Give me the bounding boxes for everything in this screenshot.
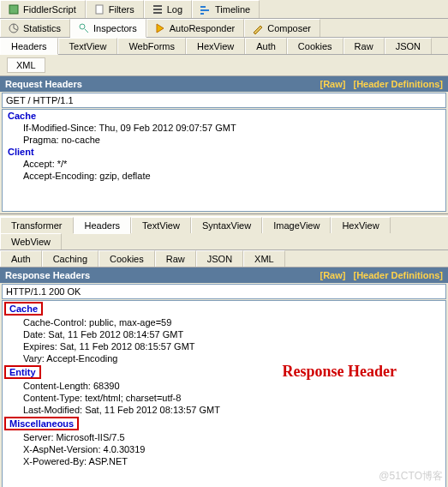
header-item[interactable]: If-Modified-Since: Thu, 09 Feb 2012 09:0… [3, 122, 445, 134]
subtab-json[interactable]: JSON [385, 38, 432, 54]
subtab-syntaxview[interactable]: SyntaxView [191, 217, 262, 233]
subtab-xml[interactable]: XML [7, 57, 45, 73]
subtab-webforms[interactable]: WebForms [117, 38, 186, 54]
request-tree[interactable]: Cache If-Modified-Since: Thu, 09 Feb 201… [2, 109, 446, 212]
tab-composer[interactable]: Composer [244, 19, 320, 37]
group-cache[interactable]: Cache [3, 110, 445, 122]
tab-label: Composer [267, 23, 311, 33]
tab-label: Inspectors [93, 23, 137, 33]
script-icon [8, 3, 20, 15]
response-subtabs-row2: Auth Caching Cookies Raw JSON XML [0, 250, 448, 268]
statistics-icon [8, 22, 20, 34]
tab-label: Statistics [23, 23, 61, 33]
header-item[interactable]: Accept: */* [3, 158, 445, 170]
timeline-icon [200, 3, 212, 15]
subtab-xml-res[interactable]: XML [243, 250, 285, 267]
header-item[interactable]: Pragma: no-cache [3, 134, 445, 146]
watermark: @51CTO博客 [379, 469, 443, 484]
subtab-webview[interactable]: WebView [0, 233, 62, 250]
tab-label: Log [167, 4, 182, 15]
subtab-auth[interactable]: Auth [245, 38, 287, 54]
tab-timeline[interactable]: Timeline [192, 0, 260, 18]
request-raw-link[interactable]: [Raw] [320, 79, 345, 89]
tab-label: AutoResponder [170, 23, 235, 33]
group-entity[interactable]: Entity [4, 365, 41, 379]
subtab-hexview[interactable]: HexView [186, 38, 245, 54]
tab-filters[interactable]: Filters [86, 0, 144, 18]
request-subtabs-row2: XML [0, 55, 448, 76]
autoresponder-icon [154, 22, 166, 34]
tab-label: Timeline [215, 4, 250, 15]
top-tab-row-2: Statistics Inspectors AutoResponder Comp… [0, 19, 448, 38]
header-item[interactable]: Accept-Encoding: gzip, deflate [3, 170, 445, 182]
svg-rect-1 [96, 5, 103, 14]
tab-statistics[interactable]: Statistics [0, 19, 70, 37]
subtab-raw[interactable]: Raw [343, 38, 385, 54]
subtab-caching[interactable]: Caching [42, 250, 99, 267]
header-item[interactable]: Server: Microsoft-IIS/7.5 [3, 431, 445, 443]
response-tree[interactable]: Cache Cache-Control: public, max-age=59 … [2, 300, 446, 487]
tab-inspectors[interactable]: Inspectors [70, 19, 146, 38]
header-item[interactable]: Cache-Control: public, max-age=59 [3, 316, 445, 328]
subtab-textview-res[interactable]: TextView [131, 217, 191, 233]
subtab-raw-res[interactable]: Raw [155, 250, 196, 267]
subtab-cookies[interactable]: Cookies [287, 38, 343, 54]
response-headers-header: Response Headers [Raw] [Header Definitio… [0, 268, 448, 283]
subtab-textview[interactable]: TextView [58, 38, 118, 54]
response-status-line[interactable]: HTTP/1.1 200 OK [2, 284, 446, 299]
composer-icon [252, 22, 264, 34]
header-item[interactable]: X-Powered-By: ASP.NET [3, 455, 445, 467]
subtab-imageview[interactable]: ImageView [262, 217, 331, 233]
top-tab-row-1: FiddlerScript Filters Log Timeline [0, 0, 448, 19]
log-icon [152, 3, 164, 15]
request-headerdefs-link[interactable]: [Header Definitions] [353, 79, 443, 89]
subtab-hexview-res[interactable]: HexView [331, 217, 390, 233]
svg-point-3 [80, 24, 85, 29]
header-item[interactable]: X-AspNet-Version: 4.0.30319 [3, 443, 445, 455]
tab-log[interactable]: Log [144, 0, 192, 18]
header-item[interactable]: Last-Modified: Sat, 11 Feb 2012 08:13:57… [3, 404, 445, 416]
response-raw-link[interactable]: [Raw] [320, 270, 345, 280]
header-item[interactable]: Content-Length: 68390 [3, 380, 445, 392]
svg-rect-0 [9, 5, 18, 14]
header-item[interactable]: Expires: Sat, 11 Feb 2012 08:15:57 GMT [3, 340, 445, 352]
request-subtabs: Headers TextView WebForms HexView Auth C… [0, 38, 448, 55]
group-cache-res[interactable]: Cache [4, 302, 43, 316]
subtab-cookies-res[interactable]: Cookies [99, 250, 155, 267]
tab-label: FiddlerScript [23, 4, 76, 15]
response-headers-title: Response Headers [5, 270, 90, 280]
tab-fiddlerscript[interactable]: FiddlerScript [0, 0, 86, 18]
subtab-headers[interactable]: Headers [0, 38, 58, 55]
annotation-response-header: Response Header [283, 363, 397, 381]
filters-icon [93, 3, 105, 15]
group-client[interactable]: Client [3, 146, 445, 158]
subtab-headers-res[interactable]: Headers [74, 217, 132, 234]
header-item[interactable]: Content-Type: text/html; charset=utf-8 [3, 392, 445, 404]
subtab-auth-res[interactable]: Auth [0, 250, 42, 267]
subtab-json-res[interactable]: JSON [196, 250, 243, 267]
subtab-transformer[interactable]: Transformer [0, 217, 74, 233]
inspectors-icon [78, 22, 90, 34]
tab-autoresponder[interactable]: AutoResponder [146, 19, 244, 37]
request-line[interactable]: GET / HTTP/1.1 [2, 93, 446, 108]
header-item[interactable]: Date: Sat, 11 Feb 2012 08:14:57 GMT [3, 328, 445, 340]
request-headers-header: Request Headers [Raw] [Header Definition… [0, 76, 448, 92]
response-subtabs-row1: Transformer Headers TextView SyntaxView … [0, 217, 448, 250]
tab-label: Filters [109, 4, 134, 15]
group-miscellaneous[interactable]: Miscellaneous [4, 417, 79, 430]
request-headers-title: Request Headers [5, 79, 82, 89]
response-headerdefs-link[interactable]: [Header Definitions] [353, 270, 443, 280]
